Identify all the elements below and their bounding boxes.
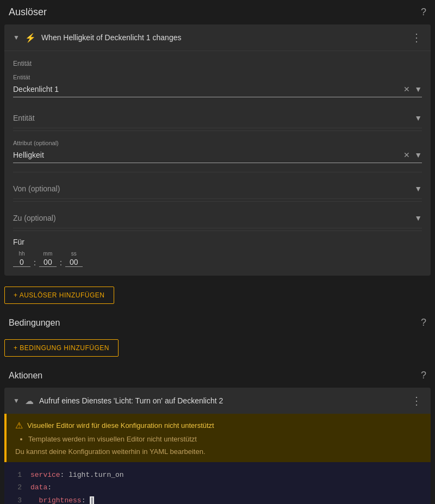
page-header: Auslöser ? bbox=[0, 0, 435, 24]
attribute-field-actions: ✕ ▼ bbox=[403, 151, 422, 159]
attribute-field-group: Attribut (optional) Helligkeit ✕ ▼ bbox=[13, 140, 422, 163]
code-line-2: 2 data: bbox=[13, 481, 422, 494]
action-card-header-left: ▼ ☁ Aufruf eines Dienstes 'Licht: Turn o… bbox=[13, 396, 223, 406]
conditions-help-icon[interactable]: ? bbox=[421, 317, 426, 328]
actions-help-icon[interactable]: ? bbox=[421, 370, 426, 381]
ss-label: ss bbox=[71, 251, 77, 257]
attribute-field-label: Attribut (optional) bbox=[13, 140, 422, 146]
attribute-field-value: Helligkeit bbox=[13, 151, 44, 159]
von-dropdown[interactable]: Von (optional) ▼ bbox=[13, 177, 422, 199]
action-card-header: ▼ ☁ Aufruf eines Dienstes 'Licht: Turn o… bbox=[4, 388, 431, 414]
von-chevron-icon: ▼ bbox=[414, 184, 422, 193]
warning-note: Du kannst deine Konfiguration weiterhin … bbox=[15, 447, 422, 456]
zu-chevron-icon: ▼ bbox=[414, 214, 422, 222]
ss-input[interactable] bbox=[65, 258, 83, 267]
actions-section-header: Aktionen ? bbox=[0, 363, 435, 388]
entity-section-label: Entität bbox=[13, 60, 422, 67]
entity-field-actions: ✕ ▼ bbox=[403, 85, 422, 94]
trigger-collapse-icon[interactable]: ▼ bbox=[13, 34, 20, 41]
divider-4 bbox=[13, 231, 422, 231]
action-collapse-icon[interactable]: ▼ bbox=[13, 397, 20, 405]
zu-dropdown[interactable]: Zu (optional) ▼ bbox=[13, 206, 422, 228]
hh-field: hh bbox=[13, 251, 30, 267]
divider-1 bbox=[13, 130, 422, 131]
warning-list: Templates werden im visuellen Editor nic… bbox=[28, 435, 422, 443]
warning-title-text: Visueller Editor wird für diese Konfigur… bbox=[27, 421, 214, 430]
code-block: 1 service: light.turn_on 2 data: 3 brigh… bbox=[4, 462, 431, 504]
attribute-clear-icon[interactable]: ✕ bbox=[403, 151, 410, 159]
code-text-3: brightness: | bbox=[30, 494, 94, 504]
warning-box: ⚠ Visueller Editor wird für diese Konfig… bbox=[4, 414, 431, 462]
action-card: ▼ ☁ Aufruf eines Dienstes 'Licht: Turn o… bbox=[4, 388, 431, 504]
line-num-1: 1 bbox=[13, 469, 22, 481]
action-service-icon: ☁ bbox=[25, 396, 34, 406]
zu-label: Zu (optional) bbox=[13, 214, 56, 222]
fuer-section: Für hh : mm : ss bbox=[13, 238, 422, 267]
add-trigger-button[interactable]: + AUSLÖSER HINZUFÜGEN bbox=[4, 287, 114, 304]
trigger-more-icon[interactable]: ⋮ bbox=[411, 31, 422, 44]
time-sep-1: : bbox=[33, 258, 37, 267]
entity-field-value: Deckenlicht 1 bbox=[13, 85, 59, 94]
code-text-1: service: light.turn_on bbox=[30, 469, 124, 481]
action-card-title: Aufruf eines Dienstes 'Licht: Turn on' a… bbox=[39, 396, 223, 405]
trigger-card-body: Entität Entität Deckenlicht 1 ✕ ▼ Entitä… bbox=[4, 51, 431, 276]
page-title: Auslöser bbox=[9, 7, 47, 18]
entity-field-row: Deckenlicht 1 ✕ ▼ bbox=[13, 83, 422, 97]
page-container: Auslöser ? ▼ ⚡ When Helligkeit of Decken… bbox=[0, 0, 435, 504]
trigger-automation-icon: ⚡ bbox=[25, 33, 36, 43]
action-more-icon[interactable]: ⋮ bbox=[411, 394, 422, 407]
hh-input[interactable] bbox=[13, 258, 30, 267]
trigger-card-title: When Helligkeit of Deckenlicht 1 changes bbox=[41, 33, 182, 42]
actions-title: Aktionen bbox=[9, 371, 42, 381]
code-line-1: 1 service: light.turn_on bbox=[13, 469, 422, 481]
warning-icon: ⚠ bbox=[15, 420, 23, 431]
conditions-title: Bedingungen bbox=[9, 318, 60, 328]
entity-type-label: Entität bbox=[13, 114, 35, 122]
add-condition-button[interactable]: + BEDINGUNG HINZUFÜGEN bbox=[4, 339, 119, 357]
line-num-2: 2 bbox=[13, 481, 22, 494]
entity-type-dropdown[interactable]: Entität ▼ bbox=[13, 106, 422, 128]
fuer-label: Für bbox=[13, 238, 422, 246]
von-label: Von (optional) bbox=[13, 184, 60, 193]
trigger-card: ▼ ⚡ When Helligkeit of Deckenlicht 1 cha… bbox=[4, 24, 431, 276]
entity-type-chevron-icon: ▼ bbox=[414, 114, 422, 122]
divider-2 bbox=[13, 172, 422, 172]
entity-clear-icon[interactable]: ✕ bbox=[403, 85, 410, 94]
attribute-field-row: Helligkeit ✕ ▼ bbox=[13, 148, 422, 163]
trigger-card-header: ▼ ⚡ When Helligkeit of Deckenlicht 1 cha… bbox=[4, 24, 431, 51]
entity-dropdown-icon[interactable]: ▼ bbox=[414, 85, 422, 94]
mm-label: mm bbox=[44, 251, 53, 257]
trigger-card-header-left: ▼ ⚡ When Helligkeit of Deckenlicht 1 cha… bbox=[13, 33, 181, 43]
time-sep-2: : bbox=[59, 258, 63, 267]
page-help-icon[interactable]: ? bbox=[421, 7, 426, 18]
conditions-section-header: Bedingungen ? bbox=[0, 310, 435, 335]
warning-bullet: Templates werden im visuellen Editor nic… bbox=[28, 435, 422, 443]
attribute-dropdown-icon[interactable]: ▼ bbox=[414, 151, 422, 159]
line-num-3: 3 bbox=[13, 494, 22, 504]
code-line-3: 3 brightness: | bbox=[13, 494, 422, 504]
mm-field: mm bbox=[39, 251, 57, 267]
mm-input[interactable] bbox=[39, 258, 57, 267]
entity-field-label: Entität bbox=[13, 74, 422, 80]
time-inputs: hh : mm : ss bbox=[13, 251, 422, 267]
code-text-2: data: bbox=[30, 481, 52, 494]
entity-field-group: Entität Deckenlicht 1 ✕ ▼ bbox=[13, 74, 422, 97]
divider-3 bbox=[13, 201, 422, 202]
warning-title: ⚠ Visueller Editor wird für diese Konfig… bbox=[15, 420, 422, 431]
hh-label: hh bbox=[18, 251, 24, 257]
ss-field: ss bbox=[65, 251, 83, 267]
